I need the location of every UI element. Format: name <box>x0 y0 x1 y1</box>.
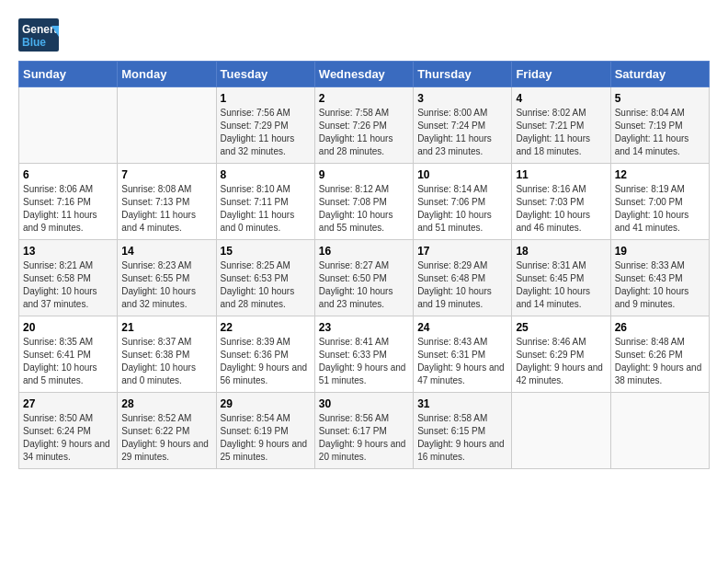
week-row-2: 6Sunrise: 8:06 AMSunset: 7:16 PMDaylight… <box>19 164 710 240</box>
day-number: 15 <box>221 245 311 258</box>
day-number: 23 <box>319 321 409 334</box>
day-cell: 19Sunrise: 8:33 AMSunset: 6:43 PMDayligh… <box>610 240 709 316</box>
day-cell: 10Sunrise: 8:14 AMSunset: 7:06 PMDayligh… <box>414 164 512 240</box>
day-info: Sunrise: 8:02 AMSunset: 7:21 PMDaylight:… <box>516 107 606 158</box>
day-cell: 14Sunrise: 8:23 AMSunset: 6:55 PMDayligh… <box>118 240 216 316</box>
day-number: 22 <box>221 321 311 334</box>
day-number: 13 <box>23 245 113 258</box>
logo-icon: General Blue <box>18 18 59 52</box>
header-saturday: Saturday <box>610 62 709 87</box>
day-cell <box>512 393 610 469</box>
day-number: 12 <box>615 168 705 181</box>
header-wednesday: Wednesday <box>314 62 413 87</box>
day-cell: 11Sunrise: 8:16 AMSunset: 7:03 PMDayligh… <box>512 164 610 240</box>
week-row-3: 13Sunrise: 8:21 AMSunset: 6:58 PMDayligh… <box>19 240 710 316</box>
day-cell: 7Sunrise: 8:08 AMSunset: 7:13 PMDaylight… <box>118 164 216 240</box>
day-info: Sunrise: 8:37 AMSunset: 6:38 PMDaylight:… <box>121 336 211 387</box>
day-info: Sunrise: 8:58 AMSunset: 6:15 PMDaylight:… <box>417 412 507 464</box>
svg-text:General: General <box>22 23 59 36</box>
day-cell: 27Sunrise: 8:50 AMSunset: 6:24 PMDayligh… <box>19 393 118 469</box>
day-number: 24 <box>417 321 507 334</box>
week-row-5: 27Sunrise: 8:50 AMSunset: 6:24 PMDayligh… <box>19 393 710 469</box>
day-cell <box>610 393 709 469</box>
week-row-1: 1Sunrise: 7:56 AMSunset: 7:29 PMDaylight… <box>19 87 710 164</box>
day-info: Sunrise: 8:29 AMSunset: 6:48 PMDaylight:… <box>417 259 507 311</box>
day-number: 16 <box>319 245 409 258</box>
day-number: 29 <box>221 397 311 410</box>
day-number: 6 <box>23 168 113 181</box>
day-cell: 17Sunrise: 8:29 AMSunset: 6:48 PMDayligh… <box>414 240 512 316</box>
day-info: Sunrise: 8:43 AMSunset: 6:31 PMDaylight:… <box>417 336 507 387</box>
header-monday: Monday <box>118 62 216 87</box>
day-cell: 31Sunrise: 8:58 AMSunset: 6:15 PMDayligh… <box>414 393 512 469</box>
calendar-table: SundayMondayTuesdayWednesdayThursdayFrid… <box>18 61 710 469</box>
day-info: Sunrise: 8:06 AMSunset: 7:16 PMDaylight:… <box>23 183 113 235</box>
day-number: 26 <box>615 321 705 334</box>
day-cell: 29Sunrise: 8:54 AMSunset: 6:19 PMDayligh… <box>216 393 314 469</box>
header: General Blue <box>18 18 710 52</box>
day-info: Sunrise: 8:16 AMSunset: 7:03 PMDaylight:… <box>516 183 606 235</box>
day-info: Sunrise: 8:52 AMSunset: 6:22 PMDaylight:… <box>121 412 211 464</box>
day-number: 30 <box>319 397 409 410</box>
day-number: 14 <box>121 245 211 258</box>
day-number: 4 <box>516 92 606 105</box>
day-number: 9 <box>319 168 409 181</box>
day-info: Sunrise: 8:41 AMSunset: 6:33 PMDaylight:… <box>319 336 409 387</box>
day-info: Sunrise: 8:23 AMSunset: 6:55 PMDaylight:… <box>121 259 211 311</box>
day-number: 19 <box>615 245 705 258</box>
day-number: 20 <box>23 321 113 334</box>
day-info: Sunrise: 8:50 AMSunset: 6:24 PMDaylight:… <box>23 412 113 464</box>
day-number: 1 <box>221 92 311 105</box>
day-cell: 21Sunrise: 8:37 AMSunset: 6:38 PMDayligh… <box>118 316 216 393</box>
day-number: 27 <box>23 397 113 410</box>
logo: General Blue <box>18 18 59 52</box>
day-info: Sunrise: 8:12 AMSunset: 7:08 PMDaylight:… <box>319 183 409 235</box>
day-info: Sunrise: 8:46 AMSunset: 6:29 PMDaylight:… <box>516 336 606 387</box>
day-cell: 26Sunrise: 8:48 AMSunset: 6:26 PMDayligh… <box>610 316 709 393</box>
day-cell: 3Sunrise: 8:00 AMSunset: 7:24 PMDaylight… <box>414 87 512 164</box>
day-cell: 1Sunrise: 7:56 AMSunset: 7:29 PMDaylight… <box>216 87 314 164</box>
day-info: Sunrise: 8:48 AMSunset: 6:26 PMDaylight:… <box>615 336 705 387</box>
day-number: 7 <box>121 168 211 181</box>
day-number: 10 <box>417 168 507 181</box>
day-cell: 16Sunrise: 8:27 AMSunset: 6:50 PMDayligh… <box>314 240 413 316</box>
header-friday: Friday <box>512 62 610 87</box>
day-number: 31 <box>417 397 507 410</box>
day-info: Sunrise: 8:04 AMSunset: 7:19 PMDaylight:… <box>615 107 705 158</box>
day-info: Sunrise: 7:56 AMSunset: 7:29 PMDaylight:… <box>221 107 311 158</box>
day-cell: 13Sunrise: 8:21 AMSunset: 6:58 PMDayligh… <box>19 240 118 316</box>
day-number: 2 <box>319 92 409 105</box>
day-info: Sunrise: 8:14 AMSunset: 7:06 PMDaylight:… <box>417 183 507 235</box>
day-info: Sunrise: 8:00 AMSunset: 7:24 PMDaylight:… <box>417 107 507 158</box>
day-info: Sunrise: 8:35 AMSunset: 6:41 PMDaylight:… <box>23 336 113 387</box>
day-number: 28 <box>121 397 211 410</box>
day-number: 18 <box>516 245 606 258</box>
day-number: 21 <box>121 321 211 334</box>
day-cell: 22Sunrise: 8:39 AMSunset: 6:36 PMDayligh… <box>216 316 314 393</box>
day-info: Sunrise: 8:27 AMSunset: 6:50 PMDaylight:… <box>319 259 409 311</box>
day-info: Sunrise: 7:58 AMSunset: 7:26 PMDaylight:… <box>319 107 409 158</box>
day-number: 5 <box>615 92 705 105</box>
day-cell <box>19 87 118 164</box>
day-cell: 23Sunrise: 8:41 AMSunset: 6:33 PMDayligh… <box>314 316 413 393</box>
day-cell: 2Sunrise: 7:58 AMSunset: 7:26 PMDaylight… <box>314 87 413 164</box>
calendar-header-row: SundayMondayTuesdayWednesdayThursdayFrid… <box>19 62 710 87</box>
header-thursday: Thursday <box>414 62 512 87</box>
day-cell: 20Sunrise: 8:35 AMSunset: 6:41 PMDayligh… <box>19 316 118 393</box>
day-cell: 12Sunrise: 8:19 AMSunset: 7:00 PMDayligh… <box>610 164 709 240</box>
day-cell: 15Sunrise: 8:25 AMSunset: 6:53 PMDayligh… <box>216 240 314 316</box>
day-cell: 4Sunrise: 8:02 AMSunset: 7:21 PMDaylight… <box>512 87 610 164</box>
day-number: 8 <box>221 168 311 181</box>
header-sunday: Sunday <box>19 62 118 87</box>
day-cell: 6Sunrise: 8:06 AMSunset: 7:16 PMDaylight… <box>19 164 118 240</box>
day-cell: 8Sunrise: 8:10 AMSunset: 7:11 PMDaylight… <box>216 164 314 240</box>
day-cell: 24Sunrise: 8:43 AMSunset: 6:31 PMDayligh… <box>414 316 512 393</box>
day-info: Sunrise: 8:33 AMSunset: 6:43 PMDaylight:… <box>615 259 705 311</box>
day-cell: 28Sunrise: 8:52 AMSunset: 6:22 PMDayligh… <box>118 393 216 469</box>
day-number: 17 <box>417 245 507 258</box>
day-cell: 18Sunrise: 8:31 AMSunset: 6:45 PMDayligh… <box>512 240 610 316</box>
day-number: 3 <box>417 92 507 105</box>
day-cell <box>118 87 216 164</box>
day-cell: 25Sunrise: 8:46 AMSunset: 6:29 PMDayligh… <box>512 316 610 393</box>
day-info: Sunrise: 8:21 AMSunset: 6:58 PMDaylight:… <box>23 259 113 311</box>
